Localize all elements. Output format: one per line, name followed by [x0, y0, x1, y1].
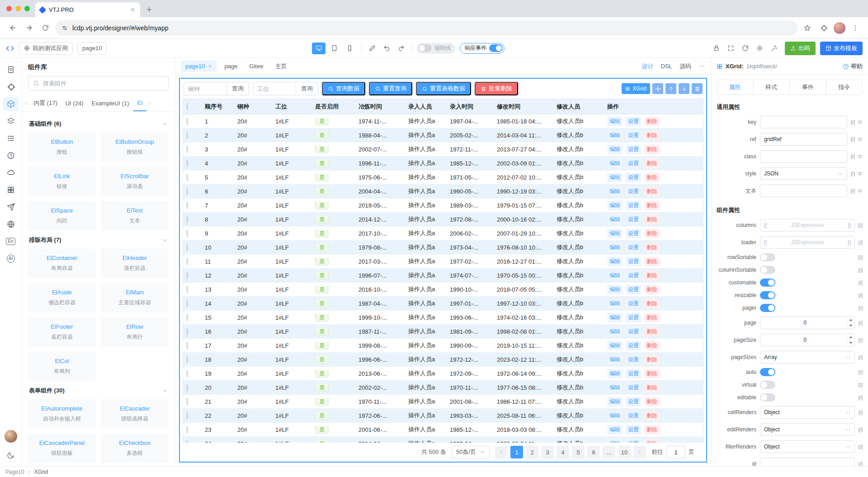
row-checkbox[interactable]	[187, 146, 188, 153]
minimize-window-button[interactable]	[15, 6, 21, 11]
sidebar-item-apps[interactable]	[3, 183, 19, 197]
page-size-select[interactable]: 50条/页	[452, 446, 490, 458]
property-expression-loader[interactable]: {{JSExpression}}	[760, 236, 855, 249]
row-checkbox[interactable]	[187, 216, 188, 223]
row-action-编辑[interactable]: 编辑	[607, 369, 623, 378]
expression-toggle-icon[interactable]: [/]	[859, 255, 863, 260]
row-action-编辑[interactable]: 编辑	[607, 257, 623, 266]
phone-device-icon[interactable]	[343, 43, 356, 54]
row-checkbox[interactable]	[187, 132, 188, 139]
row-action-删除[interactable]: 删除	[644, 131, 660, 140]
publish-template-button[interactable]: 发布模板	[820, 42, 863, 55]
spin-up-icon[interactable]	[848, 334, 854, 340]
row-checkbox[interactable]	[187, 160, 188, 167]
row-checkbox[interactable]	[187, 356, 188, 363]
page-button-3[interactable]: 3	[541, 446, 554, 458]
settings-icon[interactable]	[753, 43, 766, 54]
row-checkbox[interactable]	[187, 398, 188, 405]
expression-toggle-icon[interactable]: [/]	[859, 337, 863, 343]
row-checkbox[interactable]	[187, 244, 188, 251]
guides-toggle[interactable]: 辅助线	[417, 43, 455, 54]
lock-icon[interactable]	[710, 43, 722, 54]
browser-profile-avatar[interactable]	[834, 22, 845, 34]
expression-toggle-icon[interactable]: [/]	[859, 427, 863, 432]
prev-page-button[interactable]	[495, 446, 508, 458]
canvas-tab-主页[interactable]: 主页	[270, 60, 291, 73]
bind-icon[interactable]	[857, 171, 863, 176]
desktop-device-icon[interactable]	[312, 43, 326, 54]
property-toggle-editable[interactable]	[760, 393, 775, 401]
row-action-删除[interactable]: 删除	[644, 299, 660, 308]
breadcrumb-component[interactable]: XGrid	[34, 469, 48, 475]
tablet-device-icon[interactable]	[327, 43, 341, 54]
bookmark-star-icon[interactable]	[801, 22, 814, 34]
new-tab-button[interactable]	[143, 3, 156, 16]
page-button-10[interactable]: 10	[618, 446, 631, 458]
expression-toggle-icon[interactable]: [/]	[859, 305, 863, 311]
canvas-tab-page[interactable]: page	[220, 61, 242, 72]
more-icon[interactable]	[845, 427, 851, 433]
row-action-删除[interactable]: 删除	[644, 159, 660, 168]
row-checkbox[interactable]	[187, 426, 188, 433]
library-search[interactable]	[28, 76, 169, 90]
component-card[interactable]: ElLink链接	[28, 167, 96, 196]
component-card[interactable]: ElAside侧边栏容器	[28, 283, 96, 312]
component-card[interactable]: ElButton按钮	[28, 132, 96, 162]
row-checkbox[interactable]	[187, 118, 188, 125]
row-checkbox[interactable]	[187, 174, 188, 181]
expression-toggle-icon[interactable]: [/]	[851, 171, 855, 176]
row-action-删除[interactable]: 删除	[644, 145, 660, 154]
row-action-编辑[interactable]: 编辑	[607, 313, 623, 322]
section-header[interactable]: 表单组件 (30)	[28, 381, 169, 399]
row-action-删除[interactable]: 删除	[644, 215, 660, 224]
row-checkbox[interactable]	[187, 258, 188, 265]
component-card[interactable]: ElFooter底栏容器	[28, 317, 96, 347]
property-input-key[interactable]	[760, 116, 847, 128]
undo-icon[interactable]	[380, 43, 393, 54]
reload-button[interactable]	[39, 22, 52, 34]
row-action-编辑[interactable]: 编辑	[607, 299, 623, 308]
row-action-删除[interactable]: 删除	[644, 257, 660, 266]
row-checkbox[interactable]	[187, 328, 188, 335]
sidebar-item-pages[interactable]	[3, 62, 19, 77]
expression-toggle-icon[interactable]: [/]	[851, 188, 855, 194]
row-action-设置[interactable]: 设置	[626, 117, 641, 126]
sidebar-item-outline[interactable]	[3, 131, 19, 146]
row-action-设置[interactable]: 设置	[626, 173, 641, 182]
refresh-icon[interactable]	[739, 43, 751, 54]
dark-mode-icon[interactable]	[3, 448, 19, 463]
column-header-4[interactable]: 冶炼时间	[355, 103, 405, 111]
steel-filter-input[interactable]	[184, 82, 227, 95]
row-action-设置[interactable]: 设置	[626, 341, 641, 350]
row-action-设置[interactable]: 设置	[626, 411, 641, 420]
select-all-checkbox[interactable]	[187, 103, 188, 110]
row-action-删除[interactable]: 删除	[644, 201, 660, 210]
extensions-icon[interactable]	[817, 22, 830, 34]
component-card[interactable]: ElMain主要区域容器	[101, 283, 169, 312]
number-spinner[interactable]	[847, 334, 854, 346]
row-action-编辑[interactable]: 编辑	[607, 271, 623, 280]
sidebar-item-publish[interactable]	[3, 200, 19, 214]
property-toggle-columnSortable[interactable]	[760, 266, 775, 274]
draw-mode-icon[interactable]	[366, 43, 378, 54]
expression-toggle-icon[interactable]: [/]	[851, 119, 855, 125]
export-code-button[interactable]: 出码	[785, 42, 816, 55]
row-action-设置[interactable]: 设置	[626, 145, 641, 154]
property-editor-pageSizes[interactable]: Array	[760, 351, 855, 364]
row-action-编辑[interactable]: 编辑	[607, 131, 623, 140]
library-search-input[interactable]	[43, 80, 164, 87]
library-tab-1[interactable]: UI (24)	[61, 96, 88, 111]
row-action-设置[interactable]: 设置	[626, 187, 641, 196]
bind-icon[interactable]	[857, 137, 863, 142]
drag-handle-icon[interactable]	[652, 83, 663, 94]
tab-指令[interactable]: 指令	[826, 80, 863, 94]
canvas-viewport[interactable]: 查询 查询 查询数据重置查询重置表格数据批量删除 XGrid 顺序号钢种工位是否…	[175, 75, 711, 466]
property-toggle-auto[interactable]	[760, 368, 775, 376]
number-spinner[interactable]	[847, 317, 854, 329]
row-action-删除[interactable]: 删除	[644, 271, 660, 280]
grid-button-0[interactable]: 查询数据	[322, 82, 365, 95]
mode-设计[interactable]: 设计	[642, 62, 654, 71]
delete-component-icon[interactable]	[692, 83, 703, 94]
row-action-删除[interactable]: 删除	[644, 439, 660, 443]
row-checkbox[interactable]	[187, 202, 188, 209]
